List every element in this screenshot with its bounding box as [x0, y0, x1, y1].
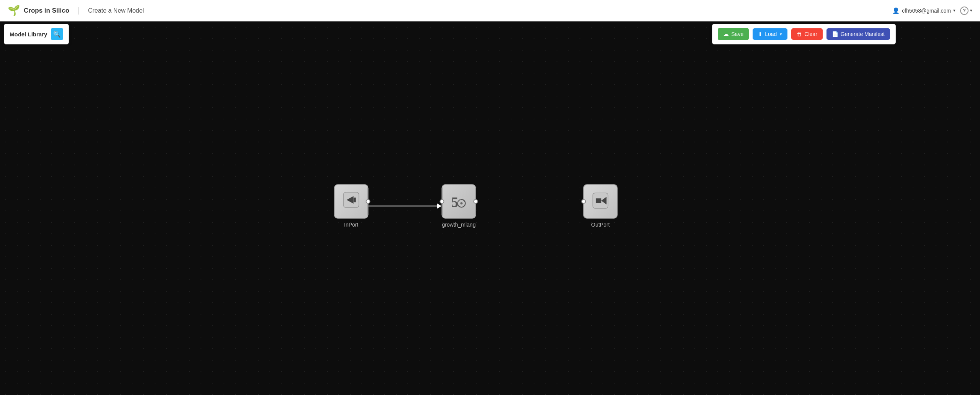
flow-canvas[interactable]: InPort 5 growth_m	[0, 21, 980, 395]
navbar: 🌱 Crops in Silico Create a New Model 👤 c…	[0, 0, 980, 21]
save-cloud-icon: ☁	[723, 31, 729, 38]
save-button[interactable]: ☁ Save	[718, 28, 749, 40]
svg-text:5: 5	[451, 194, 458, 210]
growth-mlang-icon: 5	[449, 192, 468, 211]
help-icon: ?	[960, 7, 969, 15]
outport-node[interactable]: OutPort	[583, 184, 617, 228]
help-menu[interactable]: ? ▾	[960, 7, 972, 15]
load-icon: ⬆	[758, 31, 763, 37]
app-brand: Crops in Silico	[24, 7, 69, 15]
help-caret-icon: ▾	[970, 8, 972, 13]
load-caret-icon: ▾	[780, 32, 782, 37]
svg-rect-7	[596, 198, 601, 203]
outport-input-port[interactable]	[581, 199, 586, 204]
inport-node[interactable]: InPort	[334, 184, 368, 228]
navbar-right: 👤 cfh5058@gmail.com ▾ ? ▾	[892, 7, 972, 15]
user-email: cfh5058@gmail.com	[902, 8, 951, 14]
model-library-search-button[interactable]: 🔍	[51, 28, 63, 40]
growth-mlang-node-box[interactable]: 5	[441, 184, 476, 219]
connector-arrow	[437, 203, 441, 209]
manifest-doc-icon: 📄	[832, 31, 838, 37]
outport-label: OutPort	[591, 222, 609, 228]
model-library-panel: Model Library 🔍	[4, 24, 69, 44]
inport-label: InPort	[344, 222, 358, 228]
user-menu[interactable]: 👤 cfh5058@gmail.com ▾	[892, 7, 956, 14]
svg-rect-2	[353, 198, 356, 202]
toolbar-panel: ☁ Save ⬆ Load ▾ 🗑 Clear 📄 Generate Manif…	[712, 24, 896, 44]
outport-node-box[interactable]	[583, 184, 617, 219]
growth-mlang-node[interactable]: 5 growth_mlang	[441, 184, 476, 228]
inport-node-box[interactable]	[334, 184, 368, 219]
connector-line	[368, 206, 437, 206]
clear-trash-icon: 🗑	[797, 31, 802, 37]
user-caret-icon: ▾	[953, 8, 956, 13]
model-library-label: Model Library	[10, 31, 47, 38]
generate-manifest-button[interactable]: 📄 Generate Manifest	[826, 28, 890, 40]
app-logo: 🌱	[8, 5, 20, 17]
user-icon: 👤	[892, 7, 900, 14]
clear-button[interactable]: 🗑 Clear	[791, 28, 822, 40]
growth-mlang-output-port[interactable]	[473, 199, 478, 204]
outport-arrow-icon	[592, 192, 609, 211]
svg-point-5	[460, 202, 462, 204]
load-button[interactable]: ⬆ Load ▾	[753, 28, 787, 40]
growth-mlang-label: growth_mlang	[442, 222, 475, 228]
inport-arrow-icon	[343, 191, 359, 212]
nav-divider	[78, 7, 79, 15]
connector-inport-growth	[368, 203, 441, 209]
growth-mlang-input-port[interactable]	[439, 199, 444, 204]
search-icon: 🔍	[53, 31, 61, 38]
page-title: Create a New Model	[88, 7, 144, 14]
